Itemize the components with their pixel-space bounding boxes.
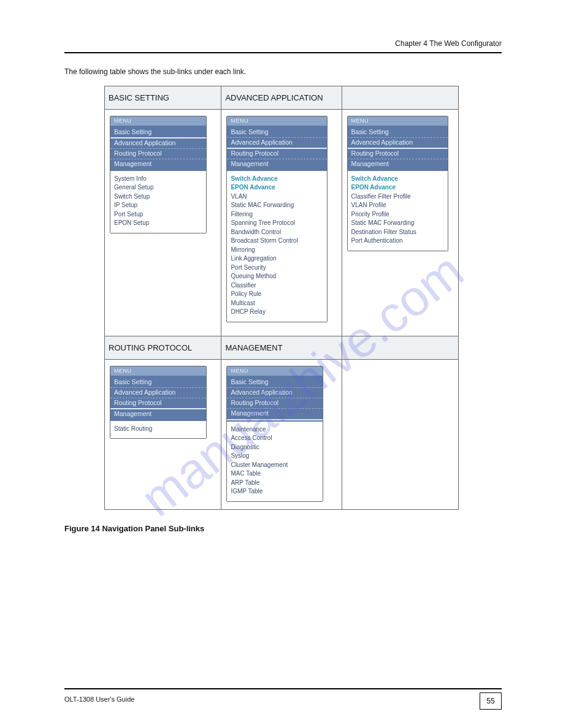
table-body-row-2: MENU Basic Setting Advanced Application … — [105, 360, 459, 510]
sub-classifier[interactable]: Classifier — [231, 281, 323, 290]
sub-policy-rule[interactable]: Policy Rule — [231, 290, 323, 299]
sub-vlan[interactable]: VLAN — [231, 192, 323, 202]
navigation-panels-table: BASIC SETTING ADVANCED APPLICATION MENU … — [104, 86, 459, 510]
sub-dhcp-relay[interactable]: DHCP Relay — [231, 308, 323, 317]
sub-syslog[interactable]: Syslog — [231, 452, 319, 461]
nav-advanced-application[interactable]: Advanced Application — [110, 138, 206, 149]
nav-management[interactable]: Management — [110, 159, 206, 169]
nav-basic-setting[interactable]: Basic Setting — [227, 127, 327, 138]
nav-management[interactable]: Management — [348, 159, 448, 169]
nav-advanced-application[interactable]: Advanced Application — [110, 388, 206, 398]
sub-diagnostic[interactable]: Diagnostic — [231, 443, 319, 452]
adv-switch-sublist: Switch Advance EPON Advance VLAN Static … — [227, 171, 327, 322]
subhead-epon-advance[interactable]: EPON Advance — [351, 183, 444, 192]
nav-advanced-application[interactable]: Advanced Application — [348, 138, 448, 149]
nav-group: Basic Setting Advanced Application Routi… — [227, 126, 327, 171]
sub-vlan-profile[interactable]: VLAN Profile — [351, 201, 444, 210]
figure-label: Figure 14 Navigation Panel Sub-links — [64, 524, 204, 533]
table-header-row-1: BASIC SETTING ADVANCED APPLICATION — [105, 86, 459, 110]
nav-basic-setting[interactable]: Basic Setting — [110, 127, 206, 138]
sub-priority-profile[interactable]: Priority Profile — [351, 210, 444, 219]
menu-tab: MENU — [227, 366, 323, 376]
management-panel: MENU Basic Setting Advanced Application … — [226, 366, 323, 502]
nav-management[interactable]: Management — [227, 409, 323, 420]
nav-basic-setting[interactable]: Basic Setting — [227, 377, 323, 388]
th-empty2 — [342, 336, 458, 360]
menu-tab: MENU — [110, 116, 206, 126]
adv-switch-panel: MENU Basic Setting Advanced Application … — [226, 116, 327, 322]
th-management: MANAGEMENT — [221, 336, 342, 360]
nav-advanced-application[interactable]: Advanced Application — [227, 138, 327, 149]
sub-arp-table[interactable]: ARP Table — [231, 479, 319, 488]
basic-setting-panel: MENU Basic Setting Advanced Application … — [110, 116, 207, 233]
sub-spanning-tree[interactable]: Spanning Tree Protocol — [231, 219, 323, 228]
table-header-row-2: ROUTING PROTOCOL MANAGEMENT — [105, 336, 459, 360]
sub-queuing-method[interactable]: Queuing Method — [231, 272, 323, 281]
nav-group: Basic Setting Advanced Application Routi… — [348, 126, 448, 171]
sub-static-routing[interactable]: Static Routing — [114, 425, 202, 434]
figure-caption: Figure 14 Navigation Panel Sub-links — [64, 524, 204, 533]
sub-filtering[interactable]: Filtering — [231, 210, 323, 219]
sub-access-control[interactable]: Access Control — [231, 434, 319, 443]
nav-routing-protocol[interactable]: Routing Protocol — [227, 398, 323, 409]
nav-management[interactable]: Management — [227, 159, 327, 169]
routing-panel: MENU Basic Setting Advanced Application … — [110, 366, 207, 439]
sub-ip-setup[interactable]: IP Setup — [114, 201, 202, 210]
th-basic-setting: BASIC SETTING — [105, 86, 221, 110]
nav-routing-protocol[interactable]: Routing Protocol — [110, 398, 206, 409]
sub-system-info[interactable]: System Info — [114, 175, 202, 184]
footer-guide-title: OLT-1308 User's Guide — [64, 696, 134, 703]
th-routing-protocol: ROUTING PROTOCOL — [105, 336, 221, 360]
sub-general-setup[interactable]: General Setup — [114, 183, 202, 192]
subhead-epon-advance[interactable]: EPON Advance — [231, 183, 323, 192]
sub-epon-setup[interactable]: EPON Setup — [114, 219, 202, 228]
chapter-heading: Chapter 4 The Web Configurator — [395, 39, 502, 48]
nav-management[interactable]: Management — [110, 409, 206, 419]
sub-igmp-table[interactable]: IGMP Table — [231, 487, 319, 496]
nav-group: Basic Setting Advanced Application Routi… — [227, 376, 323, 422]
sub-port-security[interactable]: Port Security — [231, 264, 323, 273]
routing-sublist: Static Routing — [110, 421, 206, 439]
sub-static-mac-forwarding[interactable]: Static MAC Forwarding — [231, 201, 323, 210]
th-advanced-application: ADVANCED APPLICATION — [221, 86, 342, 110]
sub-bandwidth-control[interactable]: Bandwidth Control — [231, 228, 323, 237]
sub-broadcast-storm[interactable]: Broadcast Storm Control — [231, 237, 323, 246]
th-empty1 — [342, 86, 458, 110]
sub-classifier-filter-profile[interactable]: Classifier Filter Profile — [351, 192, 444, 202]
management-sublist: Maintenance Access Control Diagnostic Sy… — [227, 422, 323, 501]
sub-link-aggregation[interactable]: Link Aggregation — [231, 254, 323, 264]
table-body-row-1: MENU Basic Setting Advanced Application … — [105, 110, 459, 336]
nav-basic-setting[interactable]: Basic Setting — [110, 377, 206, 388]
sub-static-mac-forwarding[interactable]: Static MAC Forwarding — [351, 219, 444, 228]
sub-port-authentication[interactable]: Port Authentication — [351, 237, 444, 246]
sub-switch-setup[interactable]: Switch Setup — [114, 192, 202, 202]
intro-paragraph: The following table shows the sub-links … — [64, 67, 246, 76]
adv-epon-sublist: Switch Advance EPON Advance Classifier F… — [348, 171, 448, 251]
menu-tab: MENU — [110, 366, 206, 376]
sub-mac-table[interactable]: MAC Table — [231, 469, 319, 479]
nav-group: Basic Setting Advanced Application Routi… — [110, 376, 206, 421]
nav-group: Basic Setting Advanced Application Routi… — [110, 126, 206, 171]
nav-basic-setting[interactable]: Basic Setting — [348, 127, 448, 138]
nav-routing-protocol[interactable]: Routing Protocol — [110, 149, 206, 159]
sub-maintenance[interactable]: Maintenance — [231, 425, 319, 434]
menu-tab: MENU — [348, 116, 448, 126]
nav-advanced-application[interactable]: Advanced Application — [227, 388, 323, 398]
subhead-switch-advance[interactable]: Switch Advance — [231, 175, 323, 184]
basic-sublist: System Info General Setup Switch Setup I… — [110, 171, 206, 233]
bottom-rule — [64, 688, 502, 689]
nav-routing-protocol[interactable]: Routing Protocol — [227, 149, 327, 159]
menu-tab: MENU — [227, 116, 327, 126]
nav-routing-protocol[interactable]: Routing Protocol — [348, 149, 448, 159]
subhead-switch-advance[interactable]: Switch Advance — [351, 175, 444, 184]
sub-destination-filter-status[interactable]: Destination Filter Status — [351, 228, 444, 237]
page-number: 55 — [480, 692, 502, 710]
sub-mirroring[interactable]: Mirroring — [231, 246, 323, 255]
sub-cluster-management[interactable]: Cluster Management — [231, 461, 319, 470]
sub-port-setup[interactable]: Port Setup — [114, 210, 202, 219]
adv-epon-panel: MENU Basic Setting Advanced Application … — [347, 116, 448, 251]
top-rule — [64, 52, 502, 53]
sub-multicast[interactable]: Multicast — [231, 299, 323, 308]
